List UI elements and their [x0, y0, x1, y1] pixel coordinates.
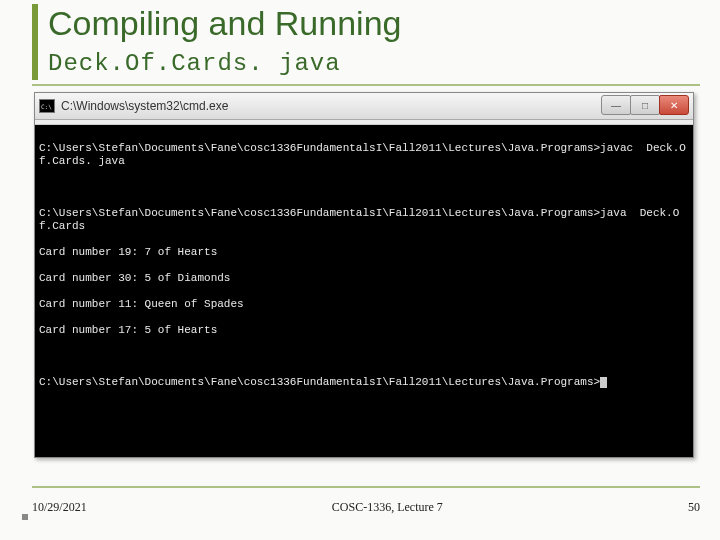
terminal-line: C:\Users\Stefan\Documents\Fane\cosc1336F… — [39, 376, 689, 389]
terminal-line: C:\Users\Stefan\Documents\Fane\cosc1336F… — [39, 142, 689, 168]
terminal-output[interactable]: C:\Users\Stefan\Documents\Fane\cosc1336F… — [35, 125, 693, 457]
footer-center: COSC-1336, Lecture 7 — [332, 500, 443, 515]
terminal-blank — [39, 350, 689, 363]
window-title: C:\Windows\system32\cmd.exe — [61, 99, 228, 113]
cmd-window: C:\ C:\Windows\system32\cmd.exe — □ ✕ C:… — [34, 92, 694, 458]
terminal-line: C:\Users\Stefan\Documents\Fane\cosc1336F… — [39, 207, 689, 233]
terminal-line: Card number 30: 5 of Diamonds — [39, 272, 689, 285]
slide-footer: 10/29/2021 COSC-1336, Lecture 7 50 — [32, 500, 700, 515]
slide-subtitle: Deck.Of.Cards. java — [48, 50, 341, 77]
divider-bottom — [32, 486, 700, 488]
close-button[interactable]: ✕ — [659, 95, 689, 115]
terminal-blank — [39, 181, 689, 194]
footer-page-number: 50 — [688, 500, 700, 515]
divider-top — [32, 84, 700, 86]
title-accent-bar — [32, 4, 38, 80]
terminal-line: Card number 11: Queen of Spades — [39, 298, 689, 311]
window-titlebar[interactable]: C:\ C:\Windows\system32\cmd.exe — □ ✕ — [35, 93, 693, 120]
decoration-square — [22, 514, 28, 520]
minimize-button[interactable]: — — [601, 95, 631, 115]
window-buttons: — □ ✕ — [602, 95, 689, 115]
maximize-button[interactable]: □ — [630, 95, 660, 115]
footer-date: 10/29/2021 — [32, 500, 87, 515]
cmd-icon: C:\ — [39, 99, 55, 113]
terminal-line: Card number 19: 7 of Hearts — [39, 246, 689, 259]
cursor-icon — [600, 377, 607, 388]
slide-title: Compiling and Running — [48, 4, 401, 43]
terminal-line: Card number 17: 5 of Hearts — [39, 324, 689, 337]
